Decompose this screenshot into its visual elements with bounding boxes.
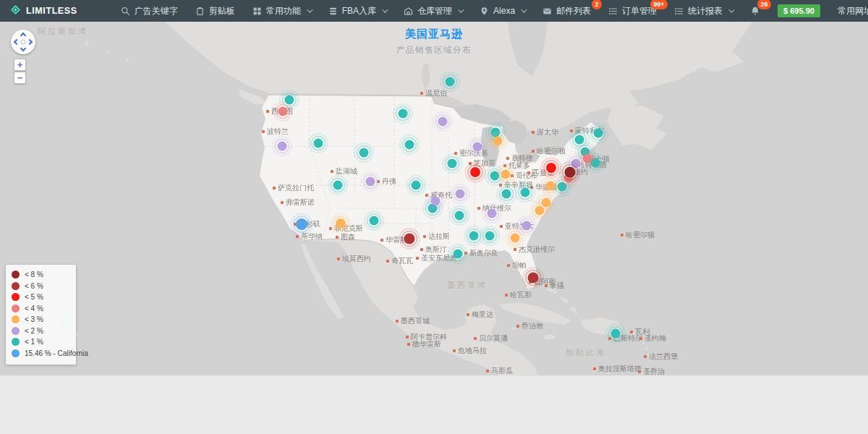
pan-down-icon[interactable] bbox=[20, 46, 26, 51]
nav-item-label: 剪贴板 bbox=[209, 5, 235, 17]
legend-row: < 4 % bbox=[12, 305, 70, 313]
legend-swatch-icon bbox=[12, 305, 20, 312]
nav-item-label: 常用网址 bbox=[838, 5, 868, 17]
nav-item-label: 仓库管理 bbox=[417, 5, 452, 17]
top-navbar: LIMITLESS 广告关键字剪贴板常用功能FBA入库仓库管理Alexa邮件列表… bbox=[0, 0, 868, 22]
warehouse-icon bbox=[404, 7, 413, 16]
legend-swatch-icon bbox=[12, 315, 20, 323]
limitless-logo-icon bbox=[10, 4, 21, 17]
report-icon bbox=[674, 7, 684, 16]
legend-swatch-icon bbox=[12, 327, 20, 335]
search-icon bbox=[121, 7, 130, 16]
nav-item-label: 统计报表 bbox=[688, 5, 723, 17]
legend-row: < 2 % bbox=[12, 327, 70, 336]
nav-item-mail-list[interactable]: 邮件列表2 bbox=[534, 0, 600, 22]
legend-label: < 5 % bbox=[25, 293, 43, 301]
grid-icon bbox=[252, 7, 262, 16]
legend-swatch-icon bbox=[12, 293, 20, 301]
legend-label: < 2 % bbox=[25, 327, 43, 335]
nav-item-notifications[interactable]: 26 bbox=[741, 0, 769, 22]
nav-item-label: FBA入库 bbox=[342, 5, 376, 17]
nav-item-label: Alexa bbox=[493, 6, 515, 16]
brand-logo[interactable]: LIMITLESS bbox=[0, 4, 88, 17]
chevron-down-icon bbox=[521, 7, 527, 12]
stack-icon bbox=[328, 7, 338, 16]
map-legend: < 8 %< 6 %< 5 %< 4 %< 3 %< 2 %< 1 %15.46… bbox=[6, 265, 76, 365]
map-pan-control[interactable] bbox=[11, 30, 35, 54]
nav-item-label: 邮件列表 bbox=[556, 5, 591, 17]
nav-item-warehouse-management[interactable]: 仓库管理 bbox=[395, 0, 471, 22]
legend-label: < 4 % bbox=[25, 305, 43, 312]
legend-swatch-icon bbox=[12, 282, 20, 290]
nav-item-alexa[interactable]: Alexa bbox=[471, 0, 534, 22]
basemap bbox=[0, 22, 868, 434]
legend-label: < 8 % bbox=[25, 271, 43, 278]
chevron-down-icon bbox=[728, 7, 734, 12]
legend-label: 15.46 % - California bbox=[25, 349, 88, 357]
pan-center-icon bbox=[21, 40, 26, 45]
nav-item-common-functions[interactable]: 常用功能 bbox=[244, 0, 320, 22]
legend-row: < 5 % bbox=[12, 293, 70, 302]
legend-row: < 3 % bbox=[12, 315, 70, 324]
chevron-down-icon bbox=[458, 7, 464, 12]
legend-swatch-icon bbox=[12, 271, 20, 278]
balance-badge: $ 695.90 bbox=[778, 4, 820, 17]
clipboard-icon bbox=[195, 7, 205, 16]
pin-icon bbox=[480, 7, 489, 16]
legend-row: < 1 % bbox=[12, 338, 70, 346]
nav-item-balance[interactable]: $ 695.90 bbox=[769, 0, 829, 22]
legend-row: < 8 % bbox=[12, 271, 70, 279]
legend-swatch-icon bbox=[12, 338, 20, 346]
legend-label: < 1 % bbox=[25, 338, 43, 346]
legend-swatch-icon bbox=[12, 349, 20, 357]
zoom-out-button[interactable]: − bbox=[14, 72, 26, 84]
chevron-down-icon bbox=[382, 7, 388, 12]
nav-item-reports[interactable]: 统计报表 bbox=[665, 0, 741, 22]
pan-right-icon[interactable] bbox=[27, 39, 33, 45]
legend-label: < 3 % bbox=[25, 315, 43, 323]
nav-item-fba-inbound[interactable]: FBA入库 bbox=[320, 0, 395, 22]
nav-item-clipboard[interactable]: 剪贴板 bbox=[187, 0, 244, 22]
nav-item-label: 常用功能 bbox=[266, 5, 301, 17]
nav-item-ad-keywords[interactable]: 广告关键字 bbox=[112, 0, 187, 22]
nav-item-label: 广告关键字 bbox=[135, 5, 178, 17]
chevron-down-icon bbox=[307, 7, 312, 12]
legend-label: < 6 % bbox=[25, 282, 43, 290]
pan-left-icon[interactable] bbox=[14, 39, 20, 45]
legend-row: 15.46 % - California bbox=[12, 349, 70, 358]
zoom-in-button[interactable]: + bbox=[14, 59, 26, 71]
brand-name: LIMITLESS bbox=[26, 6, 77, 16]
map-canvas[interactable]: 美国亚马逊 产品销售区域分布 阿拉斯加湾墨西哥湾加勒比海 温尼伯西雅图波特兰盐湖… bbox=[0, 22, 868, 434]
nav-item-order-management[interactable]: 订单管理99+ bbox=[600, 0, 665, 22]
nav-item-common-urls[interactable]: 常用网址 bbox=[829, 0, 868, 22]
legend-row: < 6 % bbox=[12, 282, 70, 291]
mail-icon bbox=[542, 7, 552, 16]
pan-up-icon[interactable] bbox=[20, 33, 26, 38]
list-icon bbox=[608, 7, 618, 16]
